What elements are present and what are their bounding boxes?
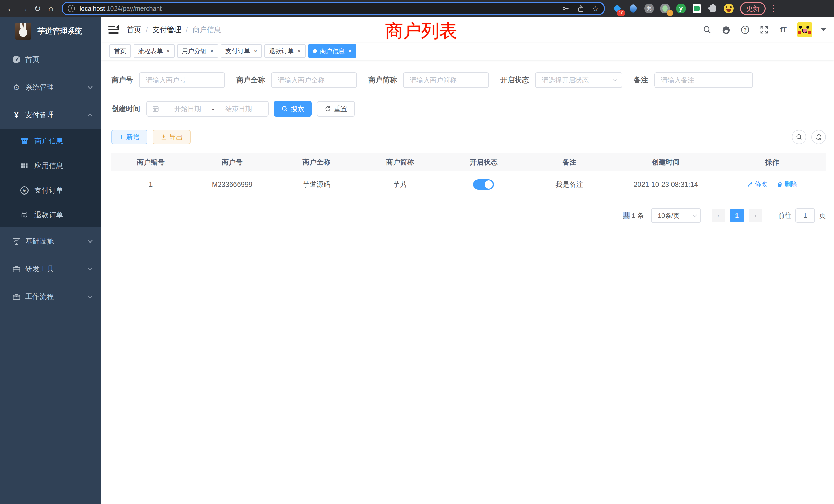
sidebar-item-pay-order[interactable]: ¥ 支付订单	[0, 178, 101, 203]
extension-command-icon[interactable]: ⌘	[644, 3, 654, 14]
site-info-icon[interactable]: i	[68, 5, 75, 12]
sidebar-item-label: 商户信息	[35, 136, 63, 146]
total-count: 1	[630, 212, 637, 220]
tab-pay-order[interactable]: 支付订单×	[221, 44, 262, 58]
avatar-dropdown-icon[interactable]	[821, 28, 826, 33]
trash-icon	[777, 181, 783, 187]
cell-short-name: 芋艿	[359, 180, 442, 189]
filter-label: 开启状态	[500, 75, 529, 85]
filter-label: 商户全称	[236, 75, 265, 85]
github-icon[interactable]	[721, 25, 731, 35]
bookmark-star-icon[interactable]: ☆	[592, 4, 599, 13]
sidebar-item-home[interactable]: 首页	[0, 46, 101, 73]
briefcase-icon	[12, 292, 21, 301]
table-actions-row: + 新增 导出	[111, 130, 826, 144]
tab-label: 用户分组	[182, 47, 206, 55]
page-size-select[interactable]: 10条/页	[651, 208, 701, 223]
reset-button[interactable]: 重置	[317, 101, 355, 116]
dashboard-icon	[12, 55, 21, 64]
extension-blob-icon[interactable]: 1	[660, 3, 670, 14]
chevron-down-icon	[612, 76, 617, 82]
tab-label: 流程表单	[138, 47, 163, 55]
column-header: 操作	[719, 158, 826, 167]
sidebar-item-infra[interactable]: 基础设施	[0, 227, 101, 255]
button-label: 新增	[126, 133, 140, 142]
sidebar-item-label: 系统管理	[25, 83, 88, 92]
sidebar-item-workflow[interactable]: 工作流程	[0, 283, 101, 311]
gear-icon: ⚙	[12, 83, 21, 92]
cell-actions: 修改 删除	[719, 180, 826, 189]
search-icon	[281, 106, 288, 112]
goto-page-input[interactable]	[795, 208, 815, 223]
collapse-sidebar-icon[interactable]	[108, 26, 118, 34]
filter-label: 商户简称	[368, 75, 397, 85]
help-icon[interactable]: ?	[740, 25, 750, 35]
close-icon[interactable]: ×	[297, 47, 301, 55]
extensions-cluster: 10 ⌘ 1 y	[612, 3, 734, 14]
chevron-down-icon	[88, 293, 93, 298]
remark-input[interactable]	[654, 72, 753, 88]
extension-gem-icon[interactable]	[628, 3, 638, 14]
url-path: :1024/pay/merchant	[105, 5, 162, 12]
password-key-icon[interactable]	[562, 4, 570, 13]
sidebar: 芋道管理系统 首页 ⚙ 系统管理 ¥ 支付管理	[0, 17, 101, 504]
delete-link[interactable]: 删除	[777, 180, 797, 188]
sidebar-item-pay[interactable]: ¥ 支付管理	[0, 101, 101, 129]
header-search-icon[interactable]	[702, 25, 712, 35]
merchant-no-input[interactable]	[139, 72, 225, 88]
tab-refund-order[interactable]: 退款订单×	[264, 44, 306, 58]
share-icon[interactable]	[577, 4, 585, 13]
tab-user-group[interactable]: 用户分组×	[177, 44, 218, 58]
next-page-button[interactable]: ›	[749, 209, 762, 223]
close-icon[interactable]: ×	[348, 47, 352, 55]
sidebar-logo-row[interactable]: 芋道管理系统	[0, 17, 101, 46]
sidebar-item-refund-order[interactable]: 退款订单	[0, 203, 101, 227]
hide-search-button[interactable]	[792, 130, 806, 144]
fullscreen-icon[interactable]	[759, 25, 769, 35]
short-name-input[interactable]	[403, 72, 489, 88]
status-select[interactable]: 请选择开启状态	[535, 72, 622, 88]
forward-icon[interactable]: →	[18, 2, 31, 15]
extension-diamond-icon[interactable]: 10	[612, 3, 622, 14]
search-button[interactable]: 搜索	[274, 101, 312, 116]
tab-home[interactable]: 首页	[109, 44, 131, 58]
sidebar-item-app-info[interactable]: 应用信息	[0, 154, 101, 178]
reload-icon[interactable]: ↻	[31, 2, 44, 15]
user-avatar[interactable]	[797, 22, 812, 38]
close-icon[interactable]: ×	[254, 47, 257, 55]
close-icon[interactable]: ×	[210, 47, 214, 55]
font-size-icon[interactable]: tT	[778, 25, 788, 35]
sidebar-item-label: 工作流程	[25, 292, 88, 301]
page-number-1[interactable]: 1	[730, 209, 744, 223]
sidebar-item-merchant-info[interactable]: 商户信息	[0, 129, 101, 154]
home-icon[interactable]: ⌂	[44, 2, 58, 15]
filter-row-1: 商户号 商户全称 商户简称 开启状态 请选择开启状态	[111, 72, 826, 88]
full-name-input[interactable]	[271, 72, 357, 88]
browser-menu-icon[interactable]	[771, 3, 776, 14]
tab-process-form[interactable]: 流程表单×	[133, 44, 175, 58]
page-content: 商户号 商户全称 商户简称 开启状态 请选择开启状态	[101, 60, 834, 504]
breadcrumb-home[interactable]: 首页	[127, 25, 141, 35]
cell-create-time: 2021-10-23 08:31:14	[613, 181, 719, 189]
address-bar[interactable]: i localhost:1024/pay/merchant ☆	[62, 2, 605, 16]
back-icon[interactable]: ←	[4, 2, 18, 15]
extension-y-icon[interactable]: y	[676, 3, 686, 14]
link-label: 修改	[755, 180, 768, 188]
tab-merchant-info[interactable]: 商户信息×	[308, 44, 356, 58]
sidebar-item-devtools[interactable]: 研发工具	[0, 255, 101, 283]
prev-page-button[interactable]: ‹	[712, 209, 725, 223]
status-toggle-on[interactable]	[473, 179, 494, 190]
edit-link[interactable]: 修改	[747, 180, 768, 188]
refresh-table-button[interactable]	[811, 130, 826, 144]
add-button[interactable]: + 新增	[111, 130, 147, 144]
extensions-puzzle-icon[interactable]	[708, 3, 718, 14]
export-button[interactable]: 导出	[153, 130, 191, 144]
profile-avatar-icon[interactable]	[724, 3, 734, 14]
close-icon[interactable]: ×	[167, 47, 170, 55]
merchant-table: 商户编号 商户号 商户全称 商户简称 开启状态 备注 创建时间 操作 1 M23…	[111, 154, 826, 198]
create-time-range-picker[interactable]: 开始日期 - 结束日期	[146, 101, 269, 116]
sidebar-item-system[interactable]: ⚙ 系统管理	[0, 73, 101, 101]
chrome-update-button[interactable]: 更新	[740, 2, 766, 15]
extension-chat-icon[interactable]	[692, 3, 702, 14]
download-icon	[160, 134, 167, 140]
